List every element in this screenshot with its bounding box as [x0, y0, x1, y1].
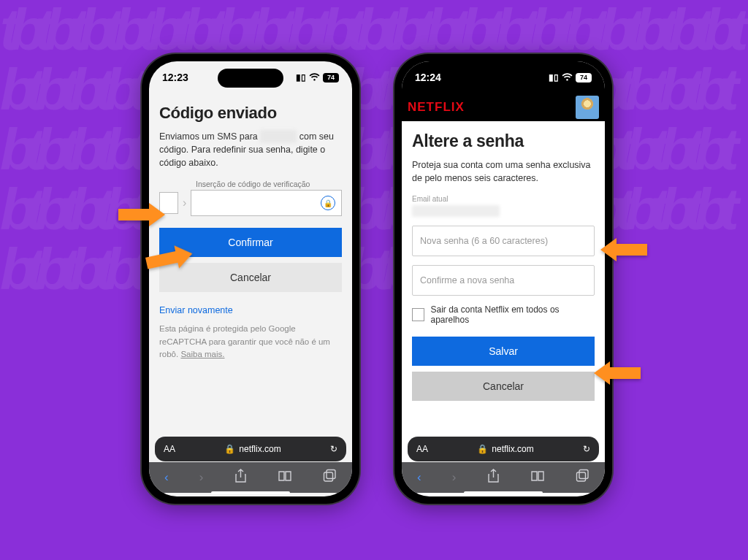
- url-text: netflix.com: [492, 444, 533, 454]
- url-text: netflix.com: [239, 444, 280, 454]
- text-size-button[interactable]: AA: [164, 444, 175, 454]
- status-time: 12:24: [415, 72, 441, 83]
- status-time: 12:23: [162, 72, 188, 83]
- page-description: Proteja sua conta com uma senha exclusiv…: [412, 158, 595, 185]
- safari-toolbar: ‹ ›: [402, 462, 605, 493]
- code-input-label: Inserção de código de verificação: [196, 180, 342, 188]
- watermark-bg: tbtbtbtbtbtbtbtbtbtbtbtbtbtbtbtbtbtbtbtb…: [0, 0, 748, 560]
- recaptcha-learn-more-link[interactable]: Saiba mais.: [180, 350, 224, 358]
- phone-frame-left: 12:23 ▮▯ 74 Código enviado Enviamos um S…: [142, 54, 359, 504]
- lock-icon: 🔒: [477, 444, 488, 454]
- reload-icon[interactable]: ↻: [583, 444, 590, 454]
- safari-url-bar[interactable]: AA 🔒 netflix.com ↻: [155, 437, 346, 461]
- avatar[interactable]: [576, 96, 599, 119]
- netflix-logo[interactable]: NETFLIX: [408, 100, 465, 115]
- confirm-password-input[interactable]: Confirme a nova senha: [412, 265, 595, 296]
- share-icon[interactable]: [234, 469, 247, 487]
- share-icon[interactable]: [487, 469, 500, 487]
- email-label: Email atual: [412, 195, 595, 203]
- dynamic-island: [470, 69, 536, 88]
- recaptcha-note: Esta página é protegida pelo Google reCA…: [159, 323, 342, 361]
- annotation-arrow-icon: [594, 361, 641, 385]
- forward-button[interactable]: ›: [199, 470, 204, 485]
- dual-sim-icon: ▮▯: [296, 73, 306, 82]
- page-description: Enviamos um SMS para xxxxxxxx com seu có…: [159, 130, 342, 169]
- placeholder-text: Confirme a nova senha: [420, 275, 514, 285]
- new-password-input[interactable]: Nova senha (6 a 60 caracteres): [412, 226, 595, 256]
- signout-all-checkbox[interactable]: [412, 308, 424, 321]
- page-title: Código enviado: [159, 104, 342, 123]
- svg-rect-3: [576, 472, 585, 481]
- tabs-icon[interactable]: [323, 469, 337, 486]
- svg-rect-1: [324, 472, 332, 481]
- lock-icon: 🔒: [224, 444, 235, 454]
- phone-frame-right: 12:24 ▮▯ 74 NETFLIX Altere a senha Prote…: [394, 54, 612, 504]
- content-area: Código enviado Enviamos um SMS para xxxx…: [149, 93, 352, 368]
- password-manager-icon[interactable]: 🔒: [321, 196, 335, 210]
- annotation-arrow-icon: [118, 203, 165, 226]
- cancel-button[interactable]: Cancelar: [159, 263, 342, 292]
- tabs-icon[interactable]: [576, 469, 589, 486]
- bookmarks-icon[interactable]: [530, 470, 545, 486]
- dual-sim-icon: ▮▯: [549, 73, 559, 82]
- save-button[interactable]: Salvar: [412, 337, 595, 366]
- back-button[interactable]: ‹: [417, 470, 421, 485]
- masked-email: [412, 205, 500, 217]
- battery-icon: 74: [323, 73, 339, 83]
- svg-rect-0: [327, 470, 335, 479]
- resend-link[interactable]: Enviar novamente: [159, 305, 342, 315]
- chevron-right-icon: ›: [183, 196, 186, 210]
- wifi-icon: [309, 73, 320, 83]
- back-button[interactable]: ‹: [164, 470, 169, 485]
- verification-code-input[interactable]: 🔒: [191, 190, 342, 216]
- page-title: Altere a senha: [412, 131, 595, 151]
- text-size-button[interactable]: AA: [416, 444, 428, 454]
- cancel-button[interactable]: Cancelar: [412, 372, 595, 401]
- dynamic-island: [218, 69, 283, 88]
- home-indicator[interactable]: [211, 491, 290, 494]
- forward-button[interactable]: ›: [452, 470, 457, 485]
- content-area: Altere a senha Proteja sua conta com uma…: [402, 121, 605, 408]
- safari-url-bar[interactable]: AA 🔒 netflix.com ↻: [408, 437, 599, 461]
- placeholder-text: Nova senha (6 a 60 caracteres): [420, 236, 548, 246]
- svg-rect-2: [579, 470, 588, 479]
- signout-all-label: Sair da conta Netflix em todos os aparel…: [430, 304, 595, 325]
- bookmarks-icon[interactable]: [278, 470, 292, 486]
- battery-icon: 74: [576, 73, 592, 83]
- netflix-header: NETFLIX: [402, 93, 605, 121]
- home-indicator[interactable]: [464, 491, 543, 494]
- annotation-arrow-icon: [600, 238, 647, 261]
- reload-icon[interactable]: ↻: [330, 444, 337, 454]
- wifi-icon: [562, 73, 573, 83]
- masked-phone: xxxxxxxx: [260, 130, 297, 143]
- safari-toolbar: ‹ ›: [149, 462, 352, 493]
